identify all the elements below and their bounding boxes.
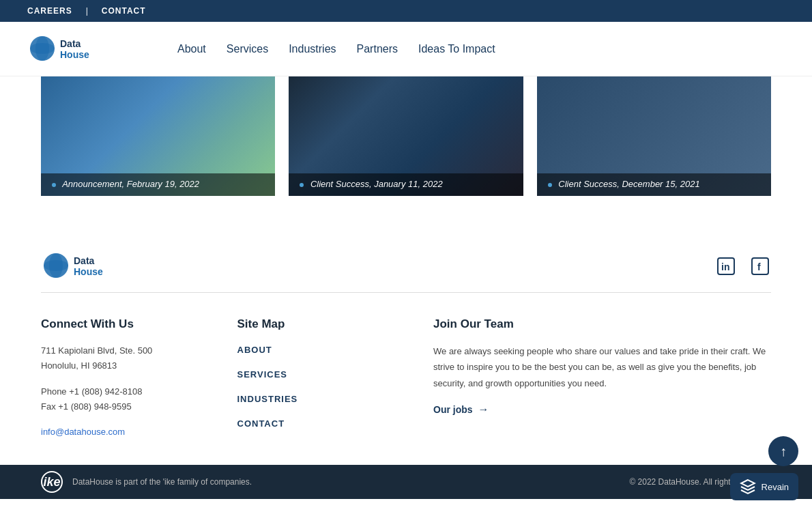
bottom-bar-left: ike DataHouse is part of the 'ike family… <box>41 471 252 493</box>
svg-text:f: f <box>757 261 761 272</box>
svg-point-7 <box>44 260 68 271</box>
family-text: DataHouse is part of the 'ike family of … <box>72 477 252 487</box>
ike-logo: ike <box>41 471 63 493</box>
top-bar-divider: | <box>86 6 88 16</box>
revain-label: Revain <box>762 482 789 492</box>
join-text: We are always seeking people who share o… <box>433 343 771 391</box>
revain-icon <box>740 479 756 495</box>
contact-link[interactable]: CONTACT <box>102 6 146 16</box>
card-label-1: Announcement, February 19, 2022 <box>41 173 275 196</box>
scroll-top-icon: ↑ <box>780 444 787 459</box>
footer-phone: Phone +1 (808) 942-8108 Fax +1 (808) 948… <box>41 384 210 414</box>
svg-text:House: House <box>60 49 89 60</box>
main-nav: Data House About Services Industries Par… <box>0 22 812 76</box>
card-1[interactable]: Announcement, February 19, 2022 <box>41 76 275 196</box>
top-bar: CAREERS | CONTACT <box>0 0 812 22</box>
linkedin-icon[interactable]: in <box>715 255 737 277</box>
sitemap-services[interactable]: SERVICES <box>237 368 407 380</box>
svg-point-2 <box>30 43 55 54</box>
card-label-2: Client Success, January 11, 2022 <box>289 173 523 196</box>
scroll-top-button[interactable]: ↑ <box>768 436 798 466</box>
sitemap-links: ABOUT SERVICES INDUSTRIES CONTACT <box>237 343 407 429</box>
footer-col-connect: Connect With Us 711 Kapiolani Blvd, Ste.… <box>41 317 210 438</box>
sitemap-about[interactable]: ABOUT <box>237 343 407 356</box>
email-link[interactable]: info@datahouse.com <box>41 427 125 437</box>
revain-badge[interactable]: Revain <box>730 473 798 499</box>
nav-partners[interactable]: Partners <box>357 43 398 55</box>
sitemap-heading: Site Map <box>237 317 407 331</box>
dot-icon <box>548 183 552 187</box>
cards-section: Announcement, February 19, 2022 Client S… <box>0 76 812 196</box>
dot-icon <box>52 183 56 187</box>
spacer <box>0 196 812 237</box>
arrow-icon: → <box>478 403 489 416</box>
svg-text:House: House <box>74 266 103 277</box>
footer-social: in f <box>715 255 771 277</box>
card-3[interactable]: Client Success, December 15, 2021 <box>537 76 771 196</box>
svg-text:Data: Data <box>60 38 81 49</box>
join-heading: Join Our Team <box>433 317 771 331</box>
nav-links: About Services Industries Partners Ideas… <box>177 43 495 55</box>
bottom-bar: ike DataHouse is part of the 'ike family… <box>0 465 812 499</box>
nav-services[interactable]: Services <box>227 43 268 55</box>
footer-address: 711 Kapiolani Blvd, Ste. 500 Honolulu, H… <box>41 343 210 373</box>
footer-email: info@datahouse.com <box>41 425 210 438</box>
footer-col-sitemap: Site Map ABOUT SERVICES INDUSTRIES CONTA… <box>237 317 407 438</box>
nav-about[interactable]: About <box>177 43 206 55</box>
connect-heading: Connect With Us <box>41 317 210 331</box>
footer-logo[interactable]: Data House <box>41 251 150 281</box>
footer-columns: Connect With Us 711 Kapiolani Blvd, Ste.… <box>41 317 771 438</box>
card-2[interactable]: Client Success, January 11, 2022 <box>289 76 523 196</box>
sitemap-contact[interactable]: CONTACT <box>237 417 407 429</box>
facebook-icon[interactable]: f <box>749 255 771 277</box>
card-label-3: Client Success, December 15, 2021 <box>537 173 771 196</box>
svg-text:Data: Data <box>74 255 95 266</box>
dot-icon <box>300 183 304 187</box>
sitemap-industries[interactable]: INDUSTRIES <box>237 392 407 405</box>
footer: Data House in f Connect With Us <box>0 237 812 465</box>
nav-ideas[interactable]: Ideas To Impact <box>418 43 495 55</box>
nav-industries[interactable]: Industries <box>289 43 336 55</box>
logo[interactable]: Data House <box>27 33 136 64</box>
footer-col-join: Join Our Team We are always seeking peop… <box>433 317 771 438</box>
svg-text:in: in <box>721 261 729 272</box>
footer-logo-row: Data House in f <box>41 237 771 293</box>
our-jobs-link[interactable]: Our jobs → <box>433 403 771 416</box>
careers-link[interactable]: CAREERS <box>27 6 72 16</box>
